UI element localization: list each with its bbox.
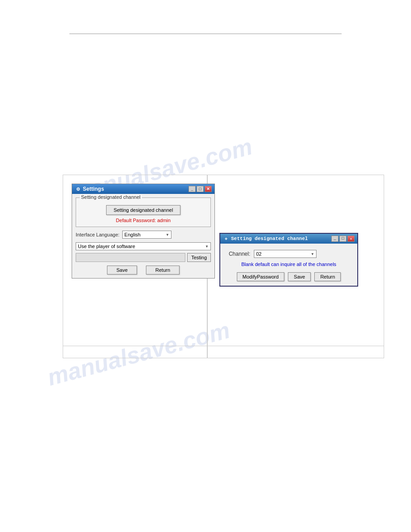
language-value: English [124,232,141,237]
channel-return-button[interactable]: Return [314,272,341,281]
settings-content: Setting designated channel Setting desig… [72,194,214,278]
settings-titlebar: ⚙ Settings _ □ ✕ [72,184,214,194]
top-divider [69,34,342,34]
settings-minimize-btn[interactable]: _ [188,186,196,192]
settings-return-button[interactable]: Return [146,266,180,275]
default-password-text: Default Password: admin [116,218,171,223]
language-label: Interface Language: [76,232,120,237]
channel-hint: Blank default can inquire all of the cha… [226,262,352,267]
channel-select[interactable]: 02 ▼ [254,250,317,258]
titlebar-left: ⚙ Settings [75,186,104,192]
channel-label: Channel: [226,251,250,257]
channel-close-btn[interactable]: ✕ [347,236,355,242]
test-input[interactable] [76,253,185,262]
channel-titlebar: ❖ Setting designated channel _ □ ✕ [220,234,357,244]
titlebar-buttons: _ □ ✕ [188,186,212,192]
channel-row: Channel: 02 ▼ [226,250,352,258]
channel-title-text: Setting designated channel [231,236,308,241]
settings-close-btn[interactable]: ✕ [205,186,212,192]
group-box: Setting designated channel Setting desig… [76,197,211,227]
player-select[interactable]: Use the player of software ▼ [76,242,211,250]
bottom-right-cell [207,346,384,358]
channel-buttons: ModifyPassword Save Return [226,272,352,281]
settings-maximize-btn[interactable]: □ [197,186,204,192]
channel-value: 02 [256,251,261,257]
language-select[interactable]: English ▼ [122,231,171,239]
testing-button[interactable]: Testing [187,253,211,262]
channel-minimize-btn[interactable]: _ [331,236,338,242]
player-row: Use the player of software ▼ [76,242,211,250]
bottom-left-cell [63,346,207,358]
group-box-title: Setting designated channel [80,194,142,200]
settings-dialog: ⚙ Settings _ □ ✕ Setting designated chan… [72,184,215,279]
channel-title-icon: ❖ [223,236,229,242]
channel-arrow-icon: ▼ [311,252,314,256]
channel-content: Channel: 02 ▼ Blank default can inquire … [220,244,357,286]
language-row: Interface Language: English ▼ [76,231,211,239]
settings-save-button[interactable]: Save [107,266,137,275]
channel-titlebar-left: ❖ Setting designated channel [223,236,308,242]
player-arrow-icon: ▼ [205,245,209,249]
channel-save-button[interactable]: Save [288,272,311,281]
channel-maximize-btn[interactable]: □ [339,236,347,242]
channel-titlebar-buttons: _ □ ✕ [331,236,355,242]
group-box-inner: Setting designated channel Default Passw… [80,205,207,223]
player-label: Use the player of software [78,244,135,249]
settings-title-icon: ⚙ [75,186,81,192]
language-arrow-icon: ▼ [166,233,169,237]
settings-title-text: Settings [83,186,104,192]
settings-bottom-buttons: Save Return [76,266,211,275]
modify-password-button[interactable]: ModifyPassword [237,272,285,281]
test-row: Testing [76,253,211,262]
set-channel-button[interactable]: Setting designated channel [106,205,181,215]
channel-dialog: ❖ Setting designated channel _ □ ✕ Chann… [219,233,358,287]
